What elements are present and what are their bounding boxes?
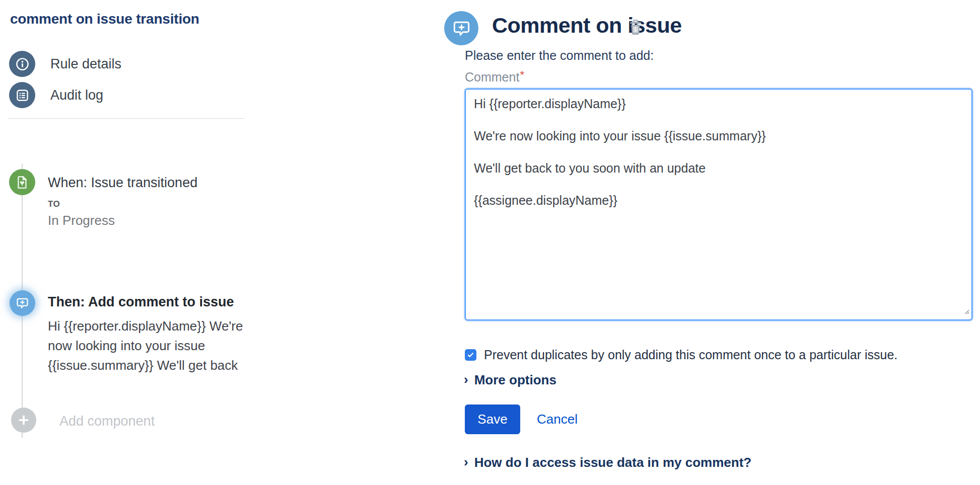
prevent-duplicates-label[interactable]: Prevent duplicates by only adding this c…: [484, 348, 897, 362]
chevron-right-icon: ›: [464, 373, 468, 386]
action-component[interactable]: Then: Add comment to issue Hi {{reporter…: [48, 294, 252, 377]
prevent-duplicates-checkbox[interactable]: [465, 349, 476, 361]
comment-label-text: Comment: [465, 70, 519, 84]
more-options-label: More options: [474, 372, 556, 388]
info-icon: [9, 51, 35, 77]
comment-on-issue-icon: [444, 11, 478, 45]
sidebar-item-label: Rule details: [50, 56, 121, 72]
sidebar-item-label: Audit log: [50, 88, 103, 103]
action-title: Then: Add comment to issue: [48, 294, 252, 310]
resize-handle-icon[interactable]: [962, 307, 969, 316]
chevron-right-icon: ›: [464, 455, 468, 468]
comment-bubble-plus-icon: [10, 290, 35, 316]
add-component-button[interactable]: Add component: [59, 414, 155, 429]
comment-field-wrapper: Hi {{reporter.displayName}} We're now lo…: [465, 89, 972, 320]
comment-prompt-text: Please enter the comment to add:: [465, 48, 654, 63]
rule-name-title: comment on issue transition: [10, 11, 199, 27]
page-title: Comment on issue: [492, 13, 682, 38]
trigger-component[interactable]: When: Issue transitioned TO In Progress: [48, 175, 247, 228]
trigger-title: When: Issue transitioned: [48, 175, 247, 191]
issue-transitioned-icon: [9, 169, 35, 195]
help-disclosure[interactable]: › How do I access issue data in my comme…: [464, 455, 751, 470]
trash-icon: [628, 19, 643, 36]
required-asterisk: *: [520, 68, 524, 81]
action-excerpt: Hi {{reporter.displayName}} We're now lo…: [48, 316, 252, 377]
comment-field-label: Comment*: [465, 68, 524, 85]
sidebar-item-audit-log[interactable]: Audit log: [9, 82, 103, 108]
audit-log-icon: [9, 82, 35, 108]
checkmark-icon: [467, 351, 474, 359]
cancel-button[interactable]: Cancel: [537, 405, 578, 434]
comment-textarea[interactable]: Hi {{reporter.displayName}} We're now lo…: [465, 89, 972, 320]
delete-component-button[interactable]: [628, 19, 643, 38]
more-options-toggle[interactable]: › More options: [464, 372, 556, 388]
trigger-value: In Progress: [48, 213, 247, 228]
save-button[interactable]: Save: [465, 405, 520, 434]
trigger-connector-label: TO: [48, 199, 247, 209]
help-link-label: How do I access issue data in my comment…: [474, 455, 752, 470]
prevent-duplicates-row: Prevent duplicates by only adding this c…: [465, 348, 897, 362]
add-component-plus-icon[interactable]: [11, 408, 36, 433]
sidebar-divider: [8, 118, 245, 119]
sidebar-item-rule-details[interactable]: Rule details: [9, 51, 121, 77]
